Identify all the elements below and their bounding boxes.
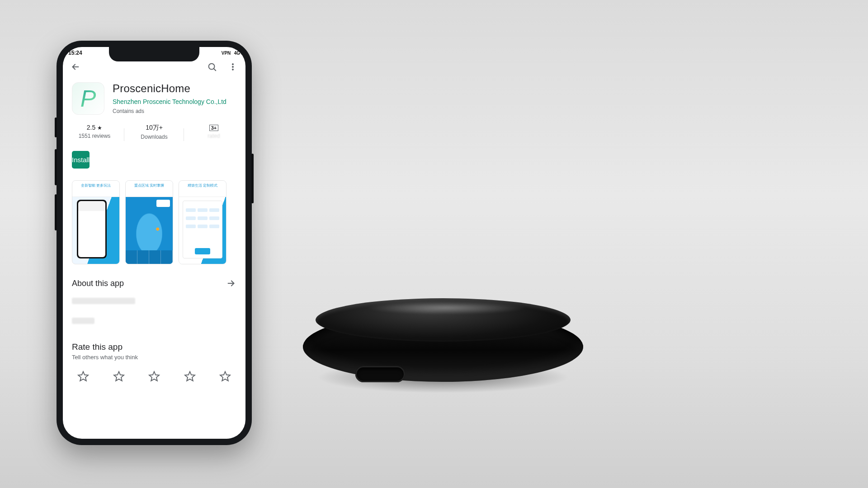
status-vpn: VPN [222, 51, 231, 56]
downloads-value: 10万+ [124, 124, 184, 132]
more-icon[interactable] [227, 61, 238, 72]
robot-top [316, 298, 571, 342]
phone-power [251, 154, 254, 203]
app-title: ProscenicHome [113, 82, 226, 95]
rate-stars [72, 361, 236, 383]
rate-star-1[interactable] [76, 370, 90, 383]
rate-subtitle: Tell others what you think [72, 354, 236, 361]
svg-point-2 [232, 66, 233, 67]
robot-highlight [365, 301, 528, 314]
screenshot-2[interactable]: 重点区域 实时掌握 [125, 180, 173, 264]
app-developer[interactable]: Shenzhen Proscenic Technology Co.,Ltd [113, 98, 226, 106]
screenshot-caption: 重点区域 实时掌握 [126, 181, 173, 197]
age-label: rated [184, 133, 244, 139]
rate-star-5[interactable] [218, 370, 232, 383]
search-icon[interactable] [207, 61, 217, 72]
rate-title: Rate this app [72, 342, 236, 352]
age-badge: 3+ [209, 125, 219, 131]
phone-notch [109, 47, 199, 61]
screenshot-1[interactable]: 全新智能 更多玩法 [72, 180, 120, 264]
phone-side-button [55, 117, 57, 137]
rating-value: 2.5 [87, 124, 95, 131]
downloads-label: Downloads [124, 134, 184, 140]
status-indicators: VPN 4G [220, 50, 240, 56]
rate-star-2[interactable] [112, 370, 126, 383]
rate-star-3[interactable] [147, 370, 161, 383]
reviews-count: 1551 reviews [65, 133, 124, 139]
install-button[interactable]: Install [72, 151, 90, 169]
stat-rating[interactable]: 2.5 ★ 1551 reviews [65, 124, 124, 140]
about-tag-placeholder [72, 318, 94, 324]
stat-downloads: 10万+ Downloads [124, 124, 184, 140]
phone-frame: 15:24 VPN 4G P P [57, 41, 252, 445]
app-icon-letter: P [80, 85, 96, 112]
status-time: 15:24 [68, 50, 82, 56]
phone-screen: 15:24 VPN 4G P P [63, 47, 245, 439]
app-ads-label: Contains ads [113, 108, 226, 114]
rate-star-4[interactable] [183, 370, 197, 383]
svg-point-1 [232, 64, 233, 65]
screenshot-caption: 精致生活 定制模式 [179, 181, 226, 197]
screenshot-3[interactable]: 精致生活 定制模式 [179, 180, 226, 264]
app-stats: 2.5 ★ 1551 reviews 10万+ Downloads 3+ rat… [63, 117, 245, 143]
about-title: About this app [72, 279, 124, 288]
star-icon: ★ [97, 125, 102, 131]
robot-vacuum [298, 289, 588, 393]
about-text-placeholder [72, 298, 135, 304]
phone-volume-down [55, 194, 57, 230]
rate-section: Rate this app Tell others what you think [63, 324, 245, 383]
screenshot-carousel[interactable]: 全新智能 更多玩法 重点区域 实时掌握 精致生活 定制模式 [63, 169, 245, 264]
stat-age[interactable]: 3+ rated [184, 124, 244, 140]
status-network: 4G [234, 51, 240, 56]
arrow-right-icon[interactable] [226, 278, 236, 289]
screenshot-caption: 全新智能 更多玩法 [72, 181, 119, 197]
phone-volume-up [55, 149, 57, 185]
robot-vent [355, 366, 405, 382]
back-icon[interactable] [70, 61, 81, 72]
app-header: P ProscenicHome Shenzhen Proscenic Techn… [63, 77, 245, 117]
app-icon[interactable]: P [72, 82, 104, 115]
about-section[interactable]: About this app [63, 264, 245, 291]
svg-point-3 [232, 69, 233, 70]
